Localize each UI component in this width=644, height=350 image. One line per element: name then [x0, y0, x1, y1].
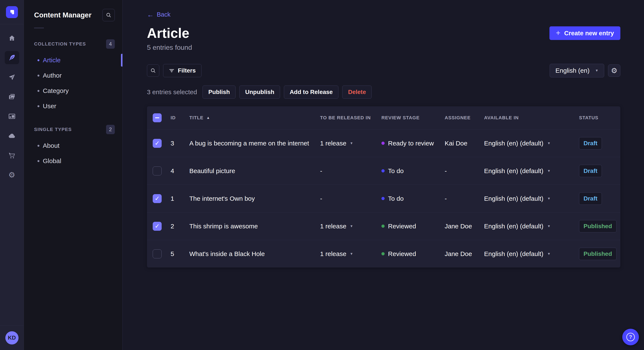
question-mark-icon: ? — [626, 333, 635, 341]
stage-label: To do — [388, 167, 404, 175]
sidebar-item-about[interactable]: About — [24, 138, 122, 153]
strapi-logo[interactable] — [6, 6, 18, 18]
sidebar-item-author[interactable]: Author — [24, 68, 122, 83]
search-icon — [106, 12, 112, 18]
help-button[interactable]: ? — [622, 329, 639, 345]
delete-button[interactable]: Delete — [342, 85, 372, 99]
status-badge: Draft — [579, 192, 602, 205]
navbar-footer: KD — [0, 325, 24, 350]
locale-value: English (en) — [556, 67, 590, 74]
locale-label: English (en) (default) — [484, 250, 543, 257]
stage-label: Ready to review — [388, 140, 434, 147]
sidebar-item-category[interactable]: Category — [24, 83, 122, 98]
cell-id: 4 — [170, 167, 189, 175]
bullet-icon — [38, 160, 40, 162]
cell-id: 3 — [170, 140, 189, 147]
create-new-entry-button[interactable]: + Create new entry — [550, 26, 620, 40]
status-badge: Published — [579, 248, 616, 260]
sidebar-search-button[interactable] — [102, 9, 115, 21]
cell-to-be-released-in[interactable]: 1 release ▼ — [320, 223, 382, 230]
single-types-count-badge: 2 — [106, 125, 115, 134]
sidebar-item-global[interactable]: Global — [24, 153, 122, 169]
page-title: Article — [147, 25, 189, 41]
status-badge: Published — [579, 220, 616, 232]
main-navbar: ⚙ KD — [0, 0, 24, 350]
header-assignee: ASSIGNEE — [445, 115, 484, 121]
cell-available-in[interactable]: English (en) (default) ▼ — [484, 223, 579, 230]
locale-caret: ▼ — [547, 197, 550, 200]
marketplace-cart-icon[interactable] — [5, 149, 19, 162]
sort-asc-icon: ▲ — [206, 116, 210, 120]
bullet-icon — [38, 145, 40, 147]
content-type-builder-layout-icon[interactable] — [5, 110, 19, 123]
header-title[interactable]: TITLE ▲ — [189, 115, 320, 121]
row-checkbox[interactable]: ✓ — [153, 222, 162, 231]
cell-id: 1 — [170, 195, 189, 202]
view-settings-button[interactable]: ⚙ — [608, 64, 620, 77]
cell-review-stage: To do — [382, 167, 445, 175]
cell-available-in[interactable]: English (en) (default) ▼ — [484, 167, 579, 175]
check-icon: ✓ — [154, 140, 160, 146]
single-types-section: SINGLE TYPES 2 About Global — [24, 125, 122, 169]
settings-gear-icon[interactable]: ⚙ — [5, 169, 19, 181]
release-label: - — [320, 195, 322, 202]
table-row: ✓ 4 Beautiful picture - ▼ To do - Englis… — [147, 157, 620, 184]
select-all-checkbox[interactable] — [153, 113, 162, 122]
search-button[interactable] — [147, 64, 159, 77]
deploy-cloud-icon[interactable] — [5, 129, 19, 143]
sidebar-divider — [34, 28, 44, 28]
header-id: ID — [170, 115, 189, 121]
cell-available-in[interactable]: English (en) (default) ▼ — [484, 140, 579, 147]
cell-review-stage: Reviewed — [382, 223, 445, 230]
locale-caret: ▼ — [547, 169, 550, 173]
table-header-row: ID TITLE ▲ TO BE RELEASED IN REVIEW STAG… — [147, 106, 620, 129]
stage-dot-icon — [382, 169, 384, 173]
locale-label: English (en) (default) — [484, 167, 543, 175]
releases-paper-plane-icon[interactable] — [5, 71, 19, 84]
stage-label: To do — [388, 195, 404, 202]
cell-to-be-released-in[interactable]: 1 release ▼ — [320, 140, 382, 147]
sidebar-item-user[interactable]: User — [24, 98, 122, 114]
media-library-images-icon[interactable] — [5, 90, 19, 103]
cell-available-in[interactable]: English (en) (default) ▼ — [484, 250, 579, 257]
stage-label: Reviewed — [388, 250, 416, 257]
home-icon[interactable] — [5, 31, 19, 45]
user-avatar[interactable]: KD — [5, 331, 18, 345]
cell-assignee: - — [445, 195, 484, 202]
unpublish-button[interactable]: Unpublish — [239, 85, 280, 99]
table-body: ✓ 3 A bug is becoming a meme on the inte… — [147, 129, 620, 268]
add-to-release-button[interactable]: Add to Release — [284, 85, 338, 99]
cell-to-be-released-in: - ▼ — [320, 195, 382, 202]
table-row: ✓ 3 A bug is becoming a meme on the inte… — [147, 129, 620, 157]
cell-title: A bug is becoming a meme on the internet — [189, 140, 320, 147]
back-arrow-icon: ← — [147, 11, 154, 18]
plus-icon: + — [556, 29, 560, 37]
selection-count-text: 3 entries selected — [147, 88, 197, 96]
sidebar-item-article[interactable]: Article — [24, 52, 122, 68]
logo-section — [0, 0, 24, 24]
cell-available-in[interactable]: English (en) (default) ▼ — [484, 195, 579, 202]
header-review-stage: REVIEW STAGE — [382, 115, 445, 121]
cell-to-be-released-in[interactable]: 1 release ▼ — [320, 250, 382, 257]
header-available-in: AVAILABLE IN — [484, 115, 579, 121]
header-status: STATUS — [579, 115, 620, 121]
row-checkbox[interactable]: ✓ — [153, 194, 162, 203]
cell-title: The internet's Own boy — [189, 195, 320, 202]
locale-label: English (en) (default) — [484, 195, 543, 202]
row-checkbox[interactable]: ✓ — [153, 139, 162, 148]
locale-caret: ▼ — [547, 252, 550, 256]
content-manager-feather-icon[interactable] — [5, 51, 19, 64]
row-checkbox[interactable]: ✓ — [153, 167, 162, 175]
locale-dropdown[interactable]: English (en) ▼ — [550, 64, 604, 77]
publish-button[interactable]: Publish — [202, 85, 236, 99]
sidebar-title: Content Manager — [34, 11, 92, 19]
cell-assignee: Jane Doe — [445, 250, 484, 257]
locale-label: English (en) (default) — [484, 223, 543, 230]
release-caret: ▼ — [350, 142, 353, 145]
strapi-logo-icon — [8, 8, 16, 16]
filters-button[interactable]: Filters — [163, 64, 202, 77]
cell-id: 2 — [170, 223, 189, 230]
back-link[interactable]: ← Back — [147, 11, 170, 18]
row-checkbox[interactable]: ✓ — [153, 249, 162, 258]
cell-assignee: - — [445, 167, 484, 175]
